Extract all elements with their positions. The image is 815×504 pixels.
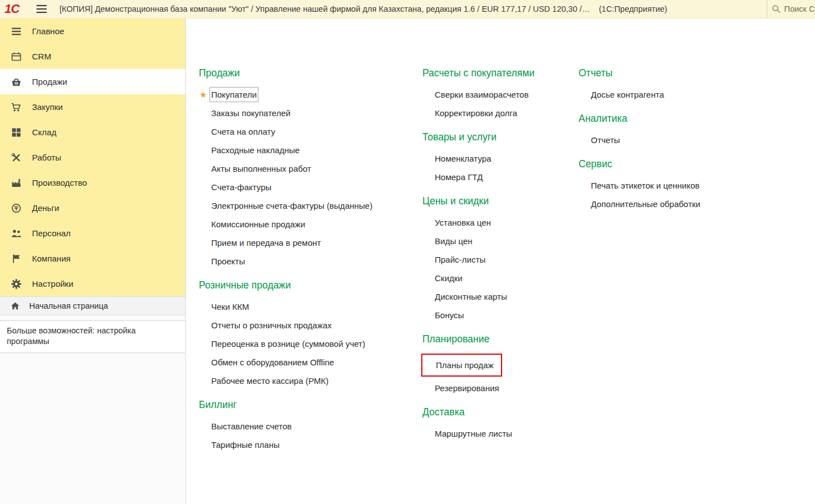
menu-link[interactable]: Электронные счета-фактуры (выданные) <box>211 200 372 212</box>
menu-link[interactable]: Номенклатура <box>435 153 491 164</box>
sidebar-item-label: Деньги <box>32 203 59 213</box>
menu-item: Выставление счетов <box>211 420 422 432</box>
menu-item: Заказы покупателей <box>211 107 422 119</box>
menu-link[interactable]: Счета-фактуры <box>211 181 271 193</box>
cart-icon <box>10 102 23 113</box>
crm-icon <box>10 51 23 62</box>
sidebar-item-warehouse[interactable]: Склад <box>0 120 185 145</box>
section-customer-settlements: Расчеты с покупателями Сверки взаиморасч… <box>422 67 579 119</box>
sidebar-item-label: Продажи <box>32 77 67 86</box>
menu-item: Проекты <box>211 255 422 267</box>
menu-item-plany-prodazh: Планы продаж <box>435 355 579 375</box>
section-billing: Биллинг Выставление счетов Тарифные план… <box>199 398 422 451</box>
menu-link[interactable]: Тарифные планы <box>211 439 280 451</box>
section-title-goods-services: Товары и услуги <box>422 131 579 143</box>
menu-item: Прием и передача в ремонт <box>211 237 422 249</box>
sidebar-item-works[interactable]: Работы <box>0 145 185 170</box>
menu-link[interactable]: Скидки <box>435 272 462 284</box>
sidebar-item-label: Производство <box>32 178 87 187</box>
menu-item: Прайс-листы <box>435 254 579 265</box>
sidebar-item-settings[interactable]: Настройки <box>0 271 185 296</box>
sidebar-item-main[interactable]: Главное <box>0 19 185 44</box>
section-delivery: Доставка Маршрутные листы <box>422 406 579 439</box>
menu-link[interactable]: Номера ГТД <box>435 171 483 183</box>
hamburger-icon <box>36 4 47 13</box>
gear-icon <box>10 278 23 290</box>
coin-icon <box>10 203 23 214</box>
section-title-service: Сервис <box>579 158 815 170</box>
more-features-label: Больше возможностей: настройка программы <box>7 326 136 346</box>
sidebar-item-production[interactable]: Производство <box>0 170 185 195</box>
menu-item: Печать этикеток и ценников <box>591 180 815 191</box>
menu-link-plany-prodazh[interactable]: Планы продаж <box>421 354 502 377</box>
menu-item: Комиссионные продажи <box>211 218 422 230</box>
menu-item: Переоценка в рознице (суммовой учет) <box>211 338 422 350</box>
menu-link[interactable]: Резервирования <box>435 382 499 394</box>
menu-column-3: Отчеты Досье контрагента Аналитика Отчет… <box>579 67 815 504</box>
menu-link[interactable]: Счета на оплату <box>211 126 275 138</box>
section-title-prices-discounts: Цены и скидки <box>422 195 579 207</box>
section-goods-services: Товары и услуги Номенклатура Номера ГТД <box>422 131 579 183</box>
menu-item: Отчеты о розничных продажах <box>211 319 422 331</box>
sidebar-item-company[interactable]: Компания <box>0 246 185 271</box>
menu-link[interactable]: Печать этикеток и ценников <box>591 180 700 191</box>
menu-link[interactable]: Прайс-листы <box>435 254 486 265</box>
menu-link[interactable]: Виды цен <box>435 235 472 247</box>
section-title-customer-settlements: Расчеты с покупателями <box>422 67 579 79</box>
search-label: Поиск С <box>784 4 815 13</box>
menu-link[interactable]: Переоценка в рознице (суммовой учет) <box>211 338 365 350</box>
menu-item: Дополнительные обработки <box>591 198 815 210</box>
menu-link[interactable]: Рабочее место кассира (РМК) <box>211 375 329 387</box>
home-page-link[interactable]: Начальная страница <box>0 296 185 315</box>
section-prices-discounts: Цены и скидки Установка цен Виды цен Пра… <box>422 195 579 321</box>
sidebar-item-staff[interactable]: Персонал <box>0 221 185 246</box>
section-analytics: Аналитика Отчеты <box>579 112 815 146</box>
menu-item: Обмен с оборудованием Offline <box>211 356 422 368</box>
sidebar-item-label: Склад <box>32 127 56 137</box>
favorite-star-icon[interactable]: ★ <box>199 89 207 100</box>
menu-link[interactable]: Бонусы <box>435 309 464 321</box>
menu-column-1: Продажи ★ Покупатели Заказы покупателей … <box>199 67 422 504</box>
menu-link[interactable]: Дополнительные обработки <box>591 198 700 210</box>
menu-link[interactable]: Акты выполненных работ <box>211 163 311 175</box>
menu-link[interactable]: Дисконтные карты <box>435 291 507 303</box>
menu-link[interactable]: Комиссионные продажи <box>211 218 305 230</box>
menu-link[interactable]: Сверки взаиморасчетов <box>435 89 529 100</box>
menu-link[interactable]: Прием и передача в ремонт <box>211 237 321 249</box>
section-title-billing: Биллинг <box>199 398 422 411</box>
sidebar-item-crm[interactable]: CRM <box>0 44 185 69</box>
home-icon <box>8 301 22 311</box>
menu-item: Электронные счета-фактуры (выданные) <box>211 200 422 212</box>
global-search-input[interactable]: Поиск С <box>767 0 815 19</box>
menu-link[interactable]: Маршрутные листы <box>435 428 512 439</box>
sidebar-item-money[interactable]: Деньги <box>0 195 185 221</box>
menu-item: Номенклатура <box>435 153 579 164</box>
menu-link[interactable]: Установка цен <box>435 217 491 228</box>
main-menu-button[interactable] <box>36 4 47 13</box>
menu-link-pokupateli[interactable]: Покупатели <box>211 89 257 100</box>
menu-link[interactable]: Заказы покупателей <box>211 107 290 119</box>
sidebar-item-purchases[interactable]: Закупки <box>0 94 185 120</box>
menu-link[interactable]: Расходные накладные <box>211 144 300 156</box>
sidebar: Главное CRM Продажи Закупки Склад Работы… <box>0 19 186 504</box>
menu-link[interactable]: Выставление счетов <box>211 420 292 432</box>
menu-item: Резервирования <box>435 382 579 394</box>
menu-link[interactable]: Чеки ККМ <box>211 301 249 313</box>
basket-icon <box>10 76 23 88</box>
menu-link[interactable]: Проекты <box>211 255 245 267</box>
menu-link[interactable]: Обмен с оборудованием Offline <box>211 356 334 368</box>
menu-link[interactable]: Отчеты <box>591 134 620 146</box>
menu-item-pokupateli: ★ Покупатели <box>211 89 422 100</box>
sidebar-item-label: Персонал <box>32 228 71 238</box>
sidebar-item-label: Закупки <box>32 102 63 112</box>
home-page-label: Начальная страница <box>29 301 108 310</box>
section-title-sales: Продажи <box>199 67 422 79</box>
title-bar: 1С [КОПИЯ] Демонстрационная база компани… <box>0 0 815 19</box>
menu-link[interactable]: Досье контрагента <box>591 89 664 100</box>
menu-item: Счета на оплату <box>211 126 422 138</box>
section-menu-panel: Продажи ★ Покупатели Заказы покупателей … <box>186 19 815 504</box>
menu-link[interactable]: Корректировки долга <box>435 107 517 119</box>
menu-link[interactable]: Отчеты о розничных продажах <box>211 319 332 331</box>
sidebar-item-sales[interactable]: Продажи <box>0 69 185 94</box>
more-features-link[interactable]: Больше возможностей: настройка программы <box>0 320 185 353</box>
